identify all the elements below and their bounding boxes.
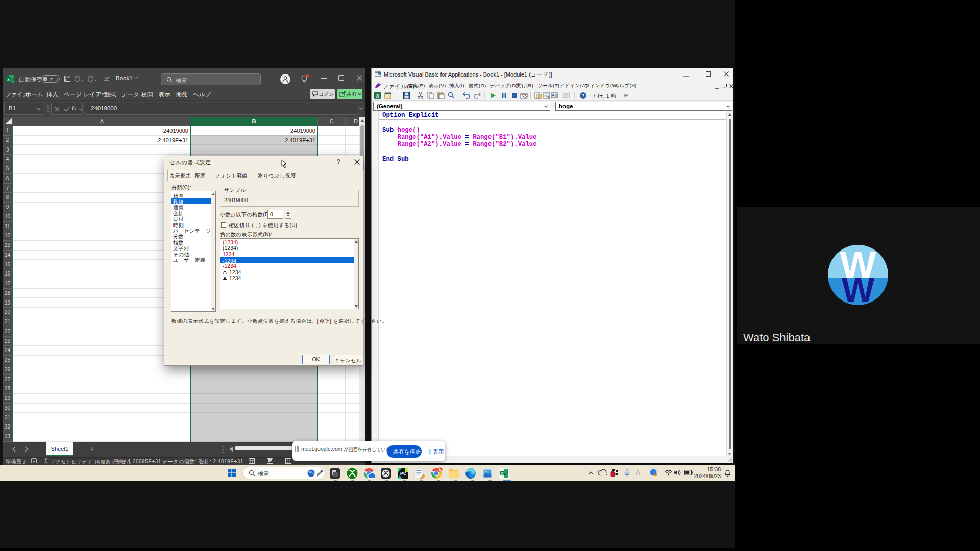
svg-text:PC: PC [400,471,406,476]
svg-text:?: ? [582,93,585,98]
svg-text:x: x [7,77,10,82]
svg-text:X: X [501,471,504,476]
svg-text:k: k [439,468,442,471]
svg-text:X: X [376,93,379,99]
svg-text:W: W [842,270,875,305]
